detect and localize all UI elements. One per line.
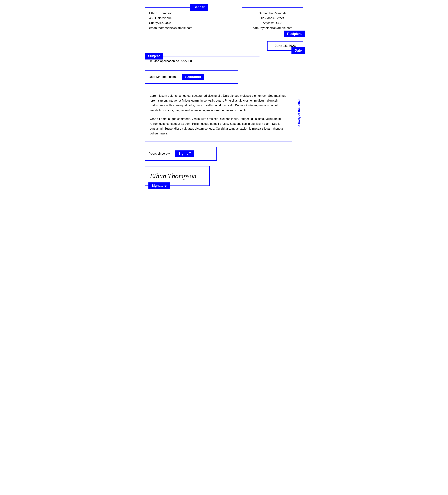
signoff-section: Yours sincerely Sign-off [145, 147, 303, 161]
recipient-email: sam.reynolds@example.com [246, 26, 299, 30]
body-side-label-wrap: The body of the letter [297, 88, 301, 141]
salutation-section: Dear Mr. Thompson, Salutation [145, 70, 303, 83]
sender-box: Ethan Thompson 456 Oak Avenue, Sunnyvill… [145, 7, 206, 34]
sender-address1: 456 Oak Avenue, [149, 16, 202, 20]
recipient-name: Samantha Reynolds [246, 11, 299, 16]
signature-value: Ethan Thompson [150, 172, 196, 180]
salutation-value: Dear Mr. Thompson, [149, 75, 177, 79]
top-addresses-row: Ethan Thompson 456 Oak Avenue, Sunnyvill… [145, 7, 303, 34]
subject-label-badge: Subject [145, 53, 163, 59]
recipient-box: Samantha Reynolds 123 Maple Street, Anyt… [242, 7, 303, 34]
sender-label-badge: Sender [190, 4, 208, 11]
date-value: June 15, 2023 [275, 44, 296, 48]
sender-address2: Sunnyville, USA [149, 20, 202, 25]
body-side-label: The body of the letter [297, 99, 301, 130]
recipient-address1: 123 Maple Street, [246, 16, 299, 20]
signoff-label-badge: Sign-off [175, 151, 194, 157]
signoff-value: Yours sincerely [149, 152, 170, 155]
signature-label-badge: Signature [148, 182, 170, 189]
subject-value: Re: Job application no. AAA000 [149, 59, 192, 63]
signoff-box: Yours sincerely Sign-off [145, 147, 217, 161]
body-box: Lorem ipsum dolor sit amet, consectetur … [145, 88, 292, 141]
salutation-label-badge: Salutation [182, 74, 204, 80]
body-paragraph-1: Lorem ipsum dolor sit amet, consectetur … [150, 93, 287, 113]
date-label-badge: Date [291, 47, 305, 54]
date-block: June 15, 2023 Date [267, 41, 303, 51]
recipient-label-badge: Recipient [284, 30, 305, 37]
body-section: Lorem ipsum dolor sit amet, consectetur … [145, 88, 292, 141]
recipient-address2: Anytown, USA [246, 20, 299, 25]
salutation-box: Dear Mr. Thompson, Salutation [145, 70, 238, 83]
recipient-block: Samantha Reynolds 123 Maple Street, Anyt… [242, 7, 303, 34]
date-section: June 15, 2023 Date [145, 41, 303, 51]
sender-email: ethan.thompson@example.com [149, 26, 202, 30]
sender-block: Ethan Thompson 456 Oak Avenue, Sunnyvill… [145, 7, 206, 34]
body-paragraph-2: Cras sit amet augue commodo, vestibulum … [150, 116, 287, 136]
sender-name: Ethan Thompson [149, 11, 202, 16]
subject-section: Subject Re: Job application no. AAA000 [145, 56, 303, 66]
signature-section: Ethan Thompson Signature [145, 166, 303, 186]
